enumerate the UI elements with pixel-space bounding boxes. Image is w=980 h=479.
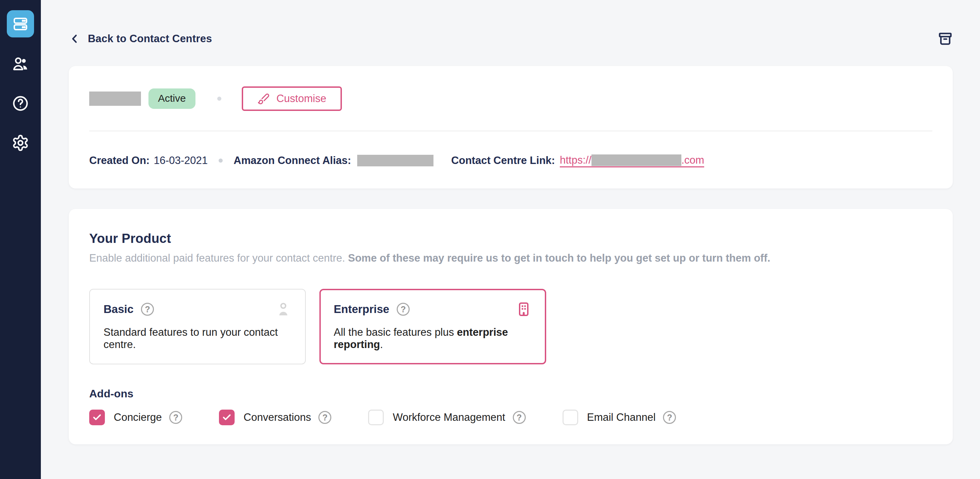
customise-button[interactable]: Customise [242,86,342,111]
back-to-contact-centres-link[interactable]: Back to Contact Centres [69,33,212,45]
concierge-label: Concierge [114,411,162,423]
status-badge: Active [148,89,196,109]
addons-row: Concierge ? Conversations ? Workforce Ma… [89,409,932,425]
help-icon[interactable]: ? [513,411,526,424]
conversations-checkbox[interactable] [219,409,235,425]
your-product-subtitle: Enable additional paid features for your… [89,252,932,264]
plan-basic-description: Standard features to run your contact ce… [103,326,291,351]
help-icon[interactable]: ? [169,411,182,424]
contact-centre-card: Active Customise Created On: 16-03-2021 [69,66,953,189]
plan-basic[interactable]: Basic ? Standard features to run your co… [89,289,306,364]
link-prefix: https:// [560,154,592,167]
plan-basic-name: Basic [103,303,134,316]
link-suffix: .com [681,154,704,167]
contact-centre-link-label: Contact Centre Link: [451,154,555,167]
sidebar-item-help[interactable] [11,95,29,112]
subtitle-normal: Enable additional paid features for your… [89,252,348,264]
gear-icon [11,134,29,152]
separator-dot [219,159,223,163]
plan-enterprise-desc-prefix: All the basic features plus [334,326,457,338]
amazon-connect-alias-redacted [357,155,433,167]
contact-centre-header-row: Active Customise [89,86,932,111]
your-product-title: Your Product [89,232,932,246]
plan-enterprise-header: Enterprise ? [334,301,532,317]
subtitle-bold: Some of these may require us to get in t… [348,252,770,264]
help-circle-icon [11,95,29,112]
divider [89,131,932,131]
contact-centre-name-redacted [89,92,141,106]
created-on-label: Created On: [89,154,150,167]
main-content: Back to Contact Centres Active [41,0,980,479]
sidebar-nav [11,55,29,152]
paintbrush-icon [258,92,270,105]
plan-options: Basic ? Standard features to run your co… [89,289,932,364]
plan-enterprise-name: Enterprise [334,303,389,316]
contact-centre-link[interactable]: https:// .com [560,154,704,167]
help-icon[interactable]: ? [397,303,410,316]
addon-email-channel[interactable]: Email Channel ? [563,409,676,425]
sidebar-logo-contact-centres[interactable] [7,10,34,37]
app-root: Back to Contact Centres Active [0,0,980,479]
help-icon[interactable]: ? [663,411,676,424]
sidebar-item-settings[interactable] [11,134,29,152]
plan-enterprise-description: All the basic features plus enterprise r… [334,326,532,351]
plan-basic-header: Basic ? [103,301,291,317]
created-on-value: 16-03-2021 [154,154,208,167]
sidebar-item-users[interactable] [11,55,29,73]
contact-centre-meta-row: Created On: 16-03-2021 Amazon Connect Al… [89,154,932,167]
person-icon [275,301,291,317]
separator-dot [217,97,221,101]
archive-box-icon [938,31,953,46]
plan-enterprise-desc-suffix: . [380,338,383,351]
email-channel-label: Email Channel [587,411,656,423]
help-icon[interactable]: ? [141,303,154,316]
workforce-management-label: Workforce Management [393,411,505,423]
sidebar [0,0,41,479]
your-product-card: Your Product Enable additional paid feat… [69,209,953,444]
topbar: Back to Contact Centres [69,31,953,46]
addon-conversations[interactable]: Conversations ? [219,409,331,425]
back-label: Back to Contact Centres [88,33,212,45]
conversations-label: Conversations [243,411,311,423]
building-icon [515,301,532,317]
customise-label: Customise [277,92,326,105]
addon-workforce-management[interactable]: Workforce Management ? [368,409,525,425]
addon-concierge[interactable]: Concierge ? [89,409,182,425]
users-icon [11,55,29,73]
contact-centre-link-redacted [592,154,681,166]
chevron-left-icon [69,33,80,44]
addons-title: Add-ons [89,387,932,400]
concierge-checkbox[interactable] [89,409,105,425]
amazon-connect-alias-label: Amazon Connect Alias: [234,154,351,167]
plan-enterprise[interactable]: Enterprise ? [320,289,546,364]
server-stack-icon [12,16,29,32]
help-icon[interactable]: ? [318,411,331,424]
workforce-management-checkbox[interactable] [368,409,384,425]
email-channel-checkbox[interactable] [563,409,578,425]
archive-button[interactable] [938,31,953,46]
